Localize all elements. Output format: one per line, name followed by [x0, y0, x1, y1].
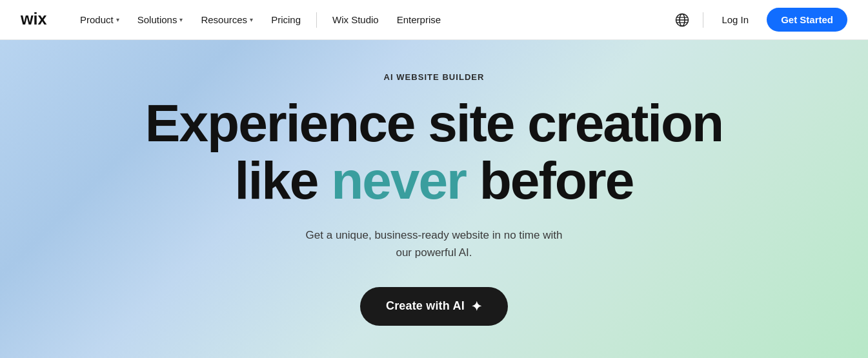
- nav-item-solutions[interactable]: Solutions ▾: [130, 9, 191, 30]
- nav-item-pricing[interactable]: Pricing: [263, 9, 308, 30]
- nav-item-product[interactable]: Product ▾: [72, 9, 127, 30]
- wix-logo[interactable]: wix: [21, 10, 52, 30]
- create-with-ai-button[interactable]: Create with AI ✦: [360, 287, 508, 326]
- chevron-down-icon: ▾: [250, 16, 253, 23]
- main-nav: Product ▾ Solutions ▾ Resources ▾ Pricin…: [72, 9, 672, 30]
- chevron-down-icon: ▾: [116, 16, 119, 23]
- get-started-button[interactable]: Get Started: [767, 8, 847, 32]
- nav-item-enterprise[interactable]: Enterprise: [389, 9, 449, 30]
- nav-item-wix-studio[interactable]: Wix Studio: [325, 9, 387, 30]
- language-selector-button[interactable]: [672, 10, 692, 30]
- cta-label: Create with AI: [386, 299, 465, 313]
- hero-headline-highlight: never: [331, 151, 466, 210]
- nav-label-enterprise: Enterprise: [397, 14, 441, 25]
- nav-divider: [316, 12, 317, 28]
- nav-label-pricing: Pricing: [271, 14, 301, 25]
- navbar: wix Product ▾ Solutions ▾ Resources ▾ Pr…: [0, 0, 868, 40]
- right-divider: [703, 12, 703, 28]
- chevron-down-icon: ▾: [179, 16, 183, 23]
- nav-item-resources[interactable]: Resources ▾: [193, 9, 261, 30]
- hero-headline-line1: Experience site creation: [145, 94, 723, 152]
- hero-headline-line2-post: before: [466, 151, 633, 210]
- login-button[interactable]: Log In: [714, 10, 756, 29]
- hero-section: AI WEBSITE BUILDER Experience site creat…: [0, 40, 868, 358]
- nav-label-product: Product: [80, 14, 114, 25]
- svg-text:wix: wix: [21, 10, 47, 28]
- nav-label-wix-studio: Wix Studio: [332, 14, 379, 25]
- navbar-right: Log In Get Started: [672, 8, 847, 32]
- globe-icon: [675, 13, 689, 27]
- hero-eyebrow: AI WEBSITE BUILDER: [384, 72, 485, 82]
- sparkle-icon: ✦: [471, 299, 482, 314]
- nav-label-solutions: Solutions: [137, 14, 177, 25]
- hero-subheadline: Get a unique, business-ready website in …: [305, 227, 563, 261]
- nav-label-resources: Resources: [201, 14, 247, 25]
- hero-headline-line2-pre: like: [235, 151, 332, 210]
- hero-headline: Experience site creation like never befo…: [145, 95, 723, 209]
